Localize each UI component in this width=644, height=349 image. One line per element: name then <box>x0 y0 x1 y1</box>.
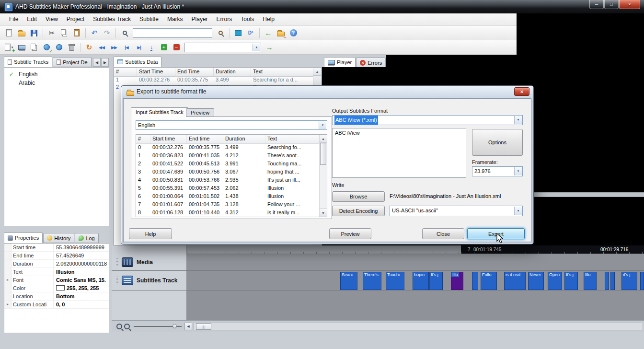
dialog-subtitle-row[interactable]: 800:01:06.12800:01:10.4404.312is it real… <box>136 209 319 217</box>
property-value[interactable]: 255, 255, 255 <box>54 284 109 292</box>
translate-button[interactable] <box>53 42 65 53</box>
property-row-color[interactable]: Color255, 255, 255 <box>4 284 109 292</box>
scroll-up-icon[interactable]: ▲ <box>313 68 321 76</box>
show-subtitle-button[interactable] <box>16 42 27 53</box>
chevron-down-icon[interactable]: ▼ <box>319 121 326 129</box>
menu-edit[interactable]: Edit <box>23 13 41 25</box>
dialog-subtitle-row[interactable]: 600:01:00.06400:01:01.5021.438Illusion <box>136 192 319 200</box>
tab-history[interactable]: History <box>43 233 74 243</box>
preview-button[interactable]: Preview <box>329 228 371 239</box>
property-value[interactable]: 55.39066489999999 <box>54 244 109 251</box>
next-subtitle-button[interactable]: ▶▶ <box>108 42 120 53</box>
framerate-combobox[interactable]: 23.976 ▼ <box>472 166 523 176</box>
dialog-subtitle-row[interactable]: 300:00:47.68900:00:50.7563.067hoping tha… <box>136 168 319 176</box>
property-row-duration[interactable]: Duration2.0620000000000118 <box>4 260 109 268</box>
search-button[interactable] <box>215 27 226 39</box>
subtitle-block[interactable]: is it real <box>504 272 526 290</box>
output-format-combobox[interactable]: ABC iView (*.xml) ▼ <box>332 115 523 125</box>
dialog-table-scrollbar[interactable]: ▲ ▼ <box>319 135 327 217</box>
expand-icon[interactable]: ▸ <box>4 301 12 308</box>
add-subtitle-button[interactable]: +▼ <box>3 42 15 53</box>
detect-encoding-button[interactable]: Detect Encoding <box>332 206 385 216</box>
menu-marks[interactable]: Marks <box>163 13 187 25</box>
save-project-button[interactable] <box>28 27 40 39</box>
close-button[interactable]: × <box>619 0 640 9</box>
subtitle-block[interactable] <box>472 272 478 290</box>
tab-project-details[interactable]: Project De <box>53 57 91 67</box>
dialog-subtitle-row[interactable]: 200:00:41.52200:00:45.5133.991Touching m… <box>136 160 319 168</box>
property-value[interactable]: 0, 0 <box>54 301 109 308</box>
property-row-text[interactable]: TextIllusion <box>4 268 109 276</box>
help-button[interactable]: ? <box>288 27 299 39</box>
chevron-down-icon[interactable]: ▼ <box>514 167 522 175</box>
spellcheck-button[interactable]: ✓ <box>41 42 52 53</box>
zoom-in-icon[interactable] <box>124 324 130 329</box>
timeline-scrollbar-thumb[interactable]: ||| <box>196 323 211 330</box>
menu-project[interactable]: Project <box>62 13 89 25</box>
subtitle-block[interactable]: It's j <box>429 272 443 290</box>
go-last-button[interactable]: ▶| <box>133 42 145 53</box>
menu-file[interactable]: File <box>5 13 23 25</box>
property-value[interactable]: 57.4526649 <box>54 252 109 259</box>
subtitle-block[interactable] <box>605 272 609 290</box>
import-subtitles-button[interactable]: ← <box>263 27 274 39</box>
remove-mark-button[interactable]: − <box>171 42 182 53</box>
expand-icon[interactable]: ▸ <box>4 276 12 284</box>
column-header[interactable]: Start Time <box>137 68 175 76</box>
track-item-arabic[interactable]: Arabic <box>4 79 109 87</box>
menu-tools[interactable]: Tools <box>236 13 258 25</box>
encoding-combobox[interactable]: US-ASCII "us-ascii" ▼ <box>390 206 523 216</box>
add-mark-button[interactable]: + <box>158 42 170 53</box>
column-header[interactable]: End Time <box>175 68 214 76</box>
paste-button[interactable] <box>71 27 82 39</box>
column-header[interactable]: Duration <box>214 68 251 76</box>
column-header[interactable]: # <box>136 135 150 143</box>
column-header[interactable]: Text <box>251 68 313 76</box>
subtitle-block[interactable]: It's j <box>564 272 578 290</box>
dialog-subtitle-row[interactable]: 000:00:32.27600:00:35.7753.499Searching … <box>136 143 319 151</box>
column-header[interactable]: # <box>114 68 137 76</box>
open-project-button[interactable] <box>16 27 27 39</box>
menu-view[interactable]: View <box>41 13 62 25</box>
subtitle-block[interactable] <box>610 272 615 290</box>
dialog-subtitle-row[interactable]: 400:00:50.83100:00:53.7662.935It's just … <box>136 176 319 184</box>
subtitle-block[interactable] <box>640 272 644 290</box>
cut-button[interactable]: ✂ <box>46 27 58 39</box>
timeline-scroll-left-button[interactable]: ◀ <box>184 323 192 330</box>
dialog-subtitle-row[interactable]: 100:00:36.82300:00:41.0354.212There's an… <box>136 151 319 160</box>
dialog-subtitle-row[interactable]: 700:01:01.60700:01:04.7353.128Follow you… <box>136 200 319 209</box>
subtitle-block[interactable]: Touchi <box>386 272 404 290</box>
subtitle-block[interactable]: Illu <box>584 272 597 290</box>
dialog-close-action-button[interactable]: Close <box>422 228 464 239</box>
property-value[interactable]: Bottom <box>54 292 109 300</box>
subtitle-block[interactable]: Open <box>548 272 562 290</box>
column-header[interactable]: Start time <box>150 135 187 143</box>
media-info-button[interactable] <box>232 27 244 39</box>
property-row-location[interactable]: LocationBottom <box>4 292 109 301</box>
minimize-button[interactable]: ─ <box>589 0 604 9</box>
menu-player[interactable]: Player <box>187 13 212 25</box>
tab-log[interactable]: Log <box>75 233 98 243</box>
menu-errors[interactable]: Errors <box>212 13 237 25</box>
copy-button[interactable] <box>58 27 70 39</box>
track-select-combobox[interactable]: English ▼ <box>136 120 327 130</box>
options-button[interactable]: Options <box>472 129 523 156</box>
quick-search-input[interactable] <box>133 28 212 38</box>
menu-help[interactable]: Help <box>258 13 279 25</box>
apply-button[interactable]: → <box>264 42 275 53</box>
subtitle-block[interactable]: Follo <box>481 272 497 290</box>
previous-subtitle-button[interactable]: ◀◀ <box>96 42 107 53</box>
dialog-subtitle-row[interactable]: 500:00:55.39100:00:57.4532.062Illusion <box>136 184 319 192</box>
subtitle-block[interactable]: Searc <box>340 272 357 290</box>
tab-preview[interactable]: Preview <box>186 108 214 117</box>
menu-subtitle[interactable]: Subtitle <box>135 13 163 25</box>
column-header[interactable]: Duration <box>223 135 265 143</box>
column-header[interactable]: End time <box>187 135 223 143</box>
tab-scroll-left-button[interactable]: ◀ <box>93 58 101 67</box>
chevron-down-icon[interactable]: ▼ <box>253 44 260 51</box>
delete-subtitle-button[interactable] <box>66 42 77 53</box>
maximize-button[interactable]: □ <box>604 0 619 9</box>
column-header[interactable]: Text <box>265 135 319 143</box>
insert-at-position-button[interactable]: ↓ <box>146 42 157 53</box>
tab-properties[interactable]: Properties <box>4 233 43 243</box>
